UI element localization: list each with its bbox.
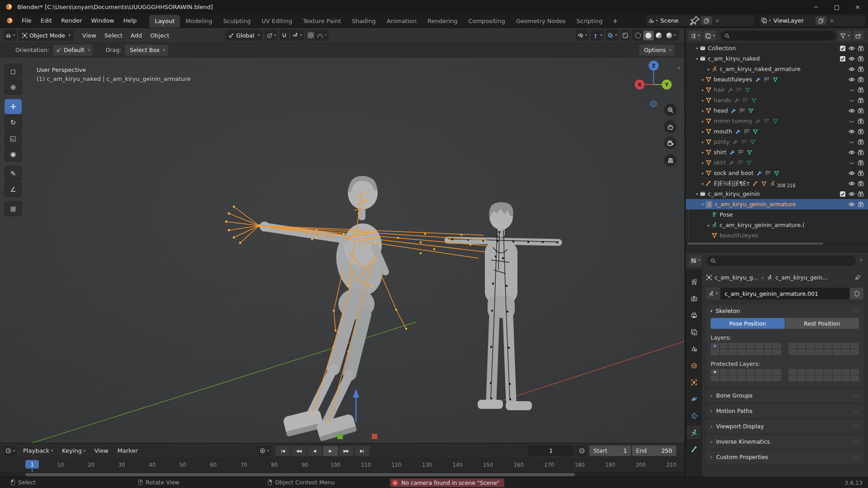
axis-y-ball[interactable]: Y (662, 80, 672, 90)
layer-toggle[interactable] (764, 369, 773, 375)
workspace-tab-scripting[interactable]: Scripting (571, 15, 608, 28)
eye-open-icon[interactable] (849, 56, 855, 62)
camera-visibility-icon[interactable] (858, 56, 864, 62)
move-view-button[interactable] (664, 120, 677, 133)
camera-visibility-icon[interactable] (858, 118, 864, 124)
camera-visibility-icon[interactable] (858, 160, 864, 166)
camera-visibility-icon[interactable] (858, 97, 864, 104)
minimize-button[interactable]: ─ (806, 0, 826, 14)
layer-toggle[interactable] (842, 369, 850, 375)
play-button[interactable]: ▶ (323, 446, 338, 456)
shading-wireframe-button[interactable] (633, 31, 643, 40)
expand-arrow-icon[interactable]: ▸ (700, 161, 706, 165)
breadcrumb-object[interactable]: c_am_kiryu_g... (715, 274, 758, 281)
orientation-selector[interactable]: Global ▾ (225, 30, 263, 41)
jump-start-button[interactable]: |◀ (275, 446, 290, 456)
menu-help[interactable]: Help (119, 15, 142, 26)
camera-visibility-icon[interactable] (858, 180, 864, 187)
workspace-tab-modeling[interactable]: Modeling (180, 15, 218, 28)
outliner-row[interactable]: ▾c_am_kiryu_geinin_armature (686, 199, 868, 209)
camera-visibility-icon[interactable] (858, 108, 864, 114)
zoom-view-button[interactable] (664, 104, 677, 116)
viewport-canvas[interactable]: User Perspective (1) c_am_kiryu_naked | … (0, 57, 684, 443)
layer-toggle[interactable] (711, 343, 719, 349)
transform-tool-button[interactable]: ◉ (5, 147, 22, 161)
layer-toggle[interactable] (737, 369, 746, 375)
layer-toggle[interactable] (728, 343, 737, 349)
layer-toggle[interactable] (728, 349, 737, 355)
layer-toggle[interactable] (815, 375, 824, 381)
annotate-tool-button[interactable]: ✎ (5, 166, 22, 181)
unlink-scene-button[interactable]: × (712, 18, 723, 24)
eye-closed-icon[interactable] (849, 87, 855, 93)
panel-custom-properties[interactable]: ›Custom Properties∷∷ (706, 450, 863, 464)
outliner-search-field[interactable] (721, 31, 836, 41)
eye-open-icon[interactable] (849, 128, 855, 135)
camera-visibility-icon[interactable] (858, 66, 864, 72)
rotate-tool-button[interactable]: ↻ (5, 115, 22, 130)
timeline-menu-keying[interactable]: Keying▾ (57, 445, 90, 456)
expand-arrow-icon[interactable]: ▸ (700, 129, 706, 134)
layer-toggle[interactable] (737, 343, 746, 349)
scene-selector[interactable]: ▾ Scene × (646, 15, 755, 26)
workspace-tab-layout[interactable]: Layout (149, 15, 180, 28)
layer-toggle[interactable] (720, 349, 728, 355)
eye-closed-icon[interactable] (849, 139, 855, 145)
expand-arrow-icon[interactable]: ▸ (700, 109, 706, 113)
layer-toggle[interactable] (788, 369, 797, 375)
snap-group[interactable]: ▾ (280, 30, 304, 41)
mode-selector[interactable]: Object Mode ▾ (19, 30, 74, 41)
layer-toggle[interactable] (720, 375, 728, 381)
layer-toggle[interactable] (815, 369, 824, 375)
layer-toggle[interactable] (806, 349, 815, 355)
layer-toggle[interactable] (806, 375, 815, 381)
outliner-row[interactable]: ▸shirt (686, 147, 868, 157)
panel-inverse-kinematics[interactable]: ›Inverse Kinematics∷∷ (706, 435, 863, 448)
axis-z-ball[interactable]: Z (649, 61, 659, 71)
viewport-menu-view[interactable]: View (78, 30, 100, 41)
properties-options-icon[interactable]: ▾ (860, 259, 862, 262)
layer-toggle[interactable] (833, 375, 841, 381)
breadcrumb-data[interactable]: c_am_kiryu_gein... (775, 274, 828, 281)
eye-open-icon[interactable] (849, 191, 855, 197)
layer-toggle[interactable] (824, 375, 833, 381)
properties-tab-constraints[interactable] (687, 409, 701, 422)
blender-menu-icon[interactable] (5, 17, 13, 24)
layer-toggle[interactable] (728, 369, 737, 375)
outliner-row[interactable]: ▾Collection (686, 43, 868, 53)
layer-toggle[interactable] (850, 343, 859, 349)
layer-toggle[interactable] (711, 375, 719, 381)
layer-toggle[interactable] (815, 343, 824, 349)
maximize-button[interactable]: □ (826, 0, 847, 14)
layer-toggle[interactable] (824, 343, 833, 349)
camera-visibility-icon[interactable] (858, 170, 864, 176)
outliner-row[interactable]: ▸head (686, 105, 868, 116)
play-reverse-button[interactable]: ◀ (307, 446, 322, 456)
camera-visibility-icon[interactable] (858, 139, 864, 145)
axis-neg-z-ball[interactable] (650, 100, 657, 107)
timeline-menu-playback[interactable]: Playback▾ (19, 445, 57, 456)
layer-toggle[interactable] (788, 349, 797, 355)
camera-visibility-icon[interactable] (858, 149, 864, 156)
datablock-type-button[interactable]: ▾ (706, 288, 720, 299)
pin-scene-icon[interactable] (689, 15, 700, 26)
workspace-tab-geometry-nodes[interactable]: Geometry Nodes (511, 15, 571, 28)
outliner-scrollbar[interactable] (686, 242, 868, 245)
timeline-menu-marker[interactable]: Marker (113, 445, 142, 456)
workspace-tab-uv-editing[interactable]: UV Editing (256, 15, 298, 28)
layer-toggle[interactable] (833, 369, 841, 375)
properties-tab-object-data[interactable] (687, 426, 701, 439)
collapse-arrow-icon[interactable]: ▾ (700, 202, 706, 207)
layer-toggle[interactable] (737, 349, 746, 355)
layer-toggle[interactable] (773, 343, 781, 349)
drag-handle-icon[interactable]: ∷∷ (853, 439, 859, 444)
camera-visibility-icon[interactable] (858, 191, 864, 197)
properties-tab-object[interactable] (687, 375, 701, 389)
layer-toggle[interactable] (815, 349, 824, 355)
workspace-tab-shading[interactable]: Shading (346, 15, 381, 28)
shading-rendered-button[interactable]: ▾ (664, 31, 678, 40)
menu-window[interactable]: Window (86, 15, 119, 26)
drag-handle-icon[interactable]: ∷∷ (853, 308, 859, 313)
eye-open-icon[interactable] (849, 45, 855, 52)
new-viewlayer-button[interactable] (816, 16, 826, 25)
